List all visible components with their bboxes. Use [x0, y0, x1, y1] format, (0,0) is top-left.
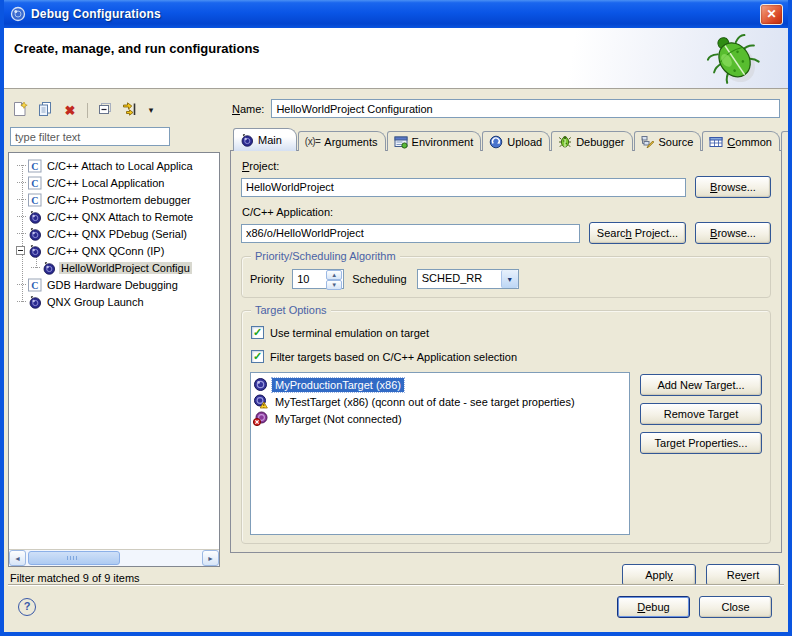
qnx-target-icon: [28, 210, 42, 224]
header-banner: Create, manage, and run configurations: [4, 28, 788, 89]
toolbar-separator: [87, 103, 88, 118]
tree-item-helloworld-config[interactable]: HelloWorldProject Configu: [9, 259, 219, 276]
checkbox-checked-icon[interactable]: ✓: [251, 350, 264, 363]
app-icon: [10, 6, 26, 22]
tree-item-gdb-hardware[interactable]: GDB Hardware Debugging: [9, 276, 219, 293]
scheduling-value: SCHED_RR: [418, 270, 501, 288]
configurations-tree-panel: C/C++ Attach to Local Applica C/C++ Loca…: [8, 152, 220, 567]
tab-upload[interactable]: Upload: [482, 131, 550, 151]
filter-configurations-button[interactable]: [120, 100, 140, 120]
close-dialog-button[interactable]: Close: [699, 596, 772, 618]
application-input[interactable]: [241, 224, 580, 243]
tree-item-postmortem[interactable]: C/C++ Postmortem debugger: [9, 191, 219, 208]
project-browse-button[interactable]: Browse...: [695, 176, 771, 198]
remove-target-button[interactable]: Remove Target: [640, 403, 762, 425]
delete-icon: ✖: [65, 103, 76, 118]
tab-arguments[interactable]: (x)= Arguments: [298, 131, 386, 151]
target-row-mytarget[interactable]: MyTarget (Not connected): [253, 410, 627, 427]
c-application-icon: [28, 278, 42, 292]
target-group-title: Target Options: [251, 304, 331, 316]
tree-item-qnx-attach-remote[interactable]: C/C++ QNX Attach to Remote: [9, 208, 219, 225]
search-project-button[interactable]: Search Project...: [589, 222, 686, 244]
tab-common[interactable]: Common: [702, 131, 780, 151]
main-tab-content: Project: Browse... C/C++ Application: Se…: [230, 150, 782, 553]
tab-main[interactable]: Main: [233, 128, 297, 151]
tab-tools[interactable]: Tools: [781, 131, 792, 151]
target-properties-button[interactable]: Target Properties...: [640, 432, 762, 454]
qnx-target-icon: [28, 295, 42, 309]
debug-bug-icon: [694, 28, 772, 90]
tab-debugger[interactable]: Debugger: [551, 131, 632, 151]
sidebar-toolbar: ✖: [8, 98, 220, 122]
filter-targets-option[interactable]: ✓ Filter targets based on C/C++ Applicat…: [251, 350, 762, 363]
apply-button[interactable]: Apply: [622, 564, 696, 586]
revert-button[interactable]: Revert: [706, 564, 780, 586]
application-browse-button[interactable]: Browse...: [695, 222, 771, 244]
spinner-down-icon[interactable]: ▼: [326, 280, 342, 290]
terminal-emulation-label: Use terminal emulation on target: [270, 327, 429, 339]
qnx-target-icon: [28, 227, 42, 241]
scheduling-combo[interactable]: SCHED_RR ▼: [417, 269, 519, 289]
checkbox-checked-icon[interactable]: ✓: [251, 326, 264, 339]
tree-item-local-application[interactable]: C/C++ Local Application: [9, 174, 219, 191]
help-button[interactable]: ?: [18, 598, 36, 616]
debug-button[interactable]: Debug: [617, 596, 690, 618]
sidebar: ✖: [8, 98, 220, 586]
terminal-emulation-option[interactable]: ✓ Use terminal emulation on target: [251, 326, 762, 339]
priority-spinner: ▲ ▼: [292, 269, 344, 289]
close-button[interactable]: ✕: [760, 4, 783, 25]
qnx-target-icon: [28, 244, 42, 258]
title-bar[interactable]: Debug Configurations ✕: [4, 0, 788, 28]
scrollbar-thumb[interactable]: [28, 551, 120, 565]
c-application-icon: [28, 159, 42, 173]
tab-bar: Main (x)= Arguments Enviro: [230, 127, 782, 151]
dropdown-arrow-icon: ▾: [146, 105, 156, 115]
delete-configuration-button[interactable]: ✖: [60, 100, 80, 120]
tree-item-qnx-qconn[interactable]: C/C++ QNX QConn (IP): [9, 242, 219, 259]
scrollbar-track[interactable]: [26, 550, 202, 566]
c-application-icon: [28, 193, 42, 207]
priority-input[interactable]: [293, 270, 326, 288]
scroll-right-icon[interactable]: ►: [202, 550, 219, 566]
debug-configurations-dialog: Debug Configurations ✕ Create, manage, a…: [0, 0, 792, 636]
target-buttons: Add New Target... Remove Target Target P…: [640, 372, 762, 535]
debugger-bug-icon: [558, 135, 572, 149]
collapse-expander-icon[interactable]: [16, 246, 25, 255]
target-connected-icon: [253, 377, 268, 392]
application-label: C/C++ Application:: [242, 206, 771, 218]
target-row-production[interactable]: MyProductionTarget (x86): [253, 376, 627, 393]
apply-revert-row: Apply Revert: [230, 553, 782, 586]
duplicate-configuration-button[interactable]: [35, 100, 55, 120]
target-options-group: Target Options ✓ Use terminal emulation …: [241, 310, 771, 544]
close-icon: ✕: [766, 7, 776, 21]
project-label: Project:: [242, 160, 771, 172]
target-not-connected-icon: [253, 411, 268, 426]
common-icon: [709, 135, 723, 149]
project-input[interactable]: [241, 178, 686, 197]
horizontal-scrollbar[interactable]: ◄ ►: [9, 549, 219, 566]
configurations-tree: C/C++ Attach to Local Applica C/C++ Loca…: [9, 153, 219, 549]
tab-environment[interactable]: Environment: [387, 131, 482, 151]
qnx-target-icon: [42, 261, 56, 275]
add-new-target-button[interactable]: Add New Target...: [640, 374, 762, 396]
target-list: MyProductionTarget (x86): [250, 372, 630, 535]
combo-arrow-icon[interactable]: ▼: [501, 270, 518, 288]
page-title: Create, manage, and run configurations: [4, 28, 788, 56]
collapse-all-button[interactable]: [95, 100, 115, 120]
tree-item-attach-local[interactable]: C/C++ Attach to Local Applica: [9, 157, 219, 174]
tools-icon: [788, 135, 792, 149]
dialog-footer: ? Debug Close: [8, 584, 784, 628]
filter-input[interactable]: [10, 127, 170, 146]
tab-source[interactable]: Source: [634, 131, 702, 151]
spinner-up-icon[interactable]: ▲: [326, 270, 342, 280]
priority-label: Priority: [250, 273, 284, 285]
scheduling-label: Scheduling: [352, 273, 406, 285]
target-row-test[interactable]: MyTestTarget (x86) (qconn out of date - …: [253, 393, 627, 410]
scroll-left-icon[interactable]: ◄: [9, 550, 26, 566]
tree-item-qnx-group-launch[interactable]: QNX Group Launch: [9, 293, 219, 310]
name-input[interactable]: [271, 99, 780, 118]
toolbar-menu-button[interactable]: ▾: [145, 100, 157, 120]
tree-item-qnx-pdebug[interactable]: C/C++ QNX PDebug (Serial): [9, 225, 219, 242]
new-configuration-button[interactable]: [10, 100, 30, 120]
arguments-icon: (x)=: [305, 136, 321, 147]
